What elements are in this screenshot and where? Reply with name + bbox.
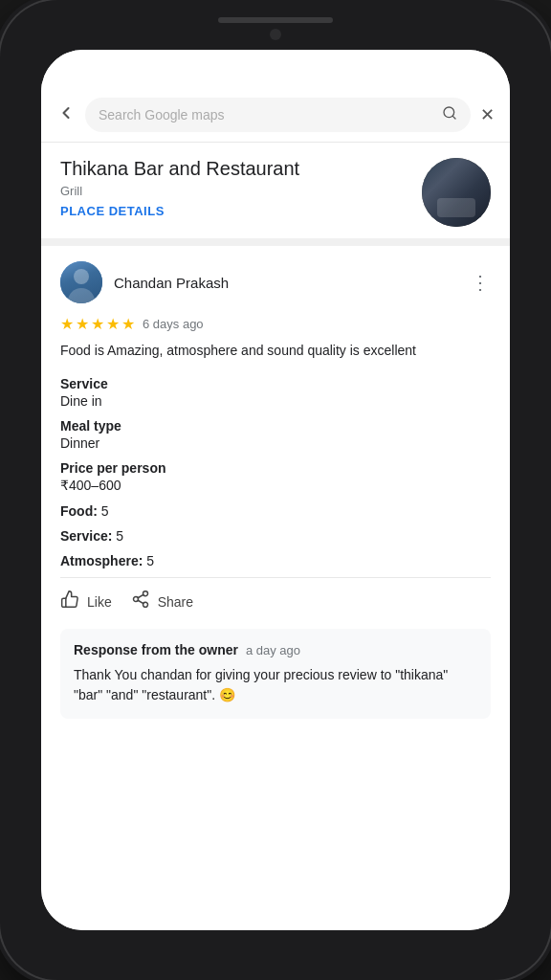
price-detail: Price per person ₹400–600 — [60, 460, 491, 493]
place-category: Grill — [60, 184, 410, 198]
review-section: Chandan Prakash ⋮ ★ ★ ★ ★ ★ 6 days ago — [41, 246, 510, 734]
svg-line-6 — [138, 594, 143, 597]
place-image-inner — [422, 158, 491, 227]
owner-response-header: Response from the owner a day ago — [74, 642, 477, 657]
screen: Search Google maps ✕ Thikana Bar and Res… — [41, 50, 510, 930]
owner-response-label: Response from the owner — [74, 642, 238, 657]
like-button[interactable]: Like — [60, 590, 112, 613]
review-time: 6 days ago — [143, 317, 204, 331]
review-text: Food is Amazing, atmosphere and sound qu… — [60, 341, 491, 361]
share-button[interactable]: Share — [131, 590, 193, 613]
service-detail: Service Dine in — [60, 376, 491, 409]
service-value: Dine in — [60, 393, 491, 409]
star-1: ★ — [60, 315, 74, 333]
status-bar — [41, 50, 510, 92]
place-header: Thikana Bar and Restaurant Grill PLACE D… — [41, 143, 510, 246]
like-icon — [60, 590, 79, 613]
search-icon — [442, 105, 457, 124]
service-score-text: Service: 5 — [60, 528, 123, 544]
atmosphere-score-text: Atmosphere: 5 — [60, 553, 154, 568]
meal-type-label: Meal type — [60, 418, 491, 434]
star-3: ★ — [91, 315, 104, 333]
search-bar-container: Search Google maps ✕ — [41, 92, 510, 143]
reviewer-header: Chandan Prakash ⋮ — [60, 261, 491, 303]
star-4: ★ — [106, 315, 120, 333]
search-placeholder: Search Google maps — [99, 107, 434, 122]
reviewer-avatar — [60, 261, 102, 303]
atmosphere-score: Atmosphere: 5 — [60, 552, 491, 569]
action-row: Like Share — [60, 577, 491, 625]
search-bar[interactable]: Search Google maps — [85, 98, 471, 132]
owner-response: Response from the owner a day ago Thank … — [60, 629, 491, 719]
meal-type-detail: Meal type Dinner — [60, 418, 491, 451]
rating-row: ★ ★ ★ ★ ★ 6 days ago — [60, 315, 491, 333]
star-2: ★ — [76, 315, 89, 333]
price-label: Price per person — [60, 460, 491, 476]
more-options-button[interactable]: ⋮ — [471, 273, 491, 292]
food-score-text: Food: 5 — [60, 503, 109, 519]
place-details-link[interactable]: PLACE DETAILS — [60, 204, 410, 218]
price-value: ₹400–600 — [60, 478, 491, 493]
phone-frame: Search Google maps ✕ Thikana Bar and Res… — [0, 0, 551, 980]
place-image — [422, 158, 491, 227]
svg-line-5 — [138, 600, 143, 603]
share-icon — [131, 590, 150, 613]
place-name: Thikana Bar and Restaurant — [60, 158, 410, 180]
close-button[interactable]: ✕ — [480, 104, 495, 125]
content-area: Thikana Bar and Restaurant Grill PLACE D… — [41, 143, 510, 930]
food-score: Food: 5 — [60, 502, 491, 520]
star-rating: ★ ★ ★ ★ ★ — [60, 315, 135, 333]
owner-response-time: a day ago — [246, 643, 300, 657]
place-info: Thikana Bar and Restaurant Grill PLACE D… — [60, 158, 410, 218]
share-label: Share — [158, 594, 193, 610]
svg-line-1 — [452, 116, 455, 119]
service-label: Service — [60, 376, 491, 391]
like-label: Like — [87, 594, 112, 610]
service-score: Service: 5 — [60, 527, 491, 545]
meal-type-value: Dinner — [60, 435, 491, 451]
owner-response-text: Thank You chandan for giving your precio… — [74, 665, 477, 705]
back-button[interactable] — [56, 103, 76, 127]
reviewer-name: Chandan Prakash — [114, 275, 229, 291]
avatar-inner — [60, 261, 102, 303]
star-5: ★ — [121, 315, 135, 333]
reviewer-info: Chandan Prakash — [60, 261, 229, 303]
